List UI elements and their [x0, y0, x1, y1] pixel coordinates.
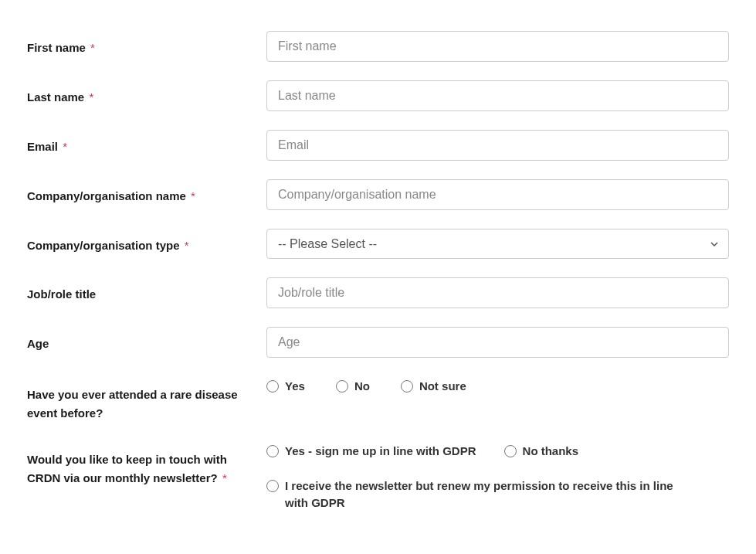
attended-label: Have you ever attended a rare disease ev… [27, 388, 238, 420]
company-type-select[interactable]: -- Please Select -- [266, 229, 729, 259]
newsletter-yes-option[interactable]: Yes - sign me up in line with GDPR [266, 443, 476, 461]
job-title-input[interactable] [266, 277, 729, 308]
email-input[interactable] [266, 130, 729, 161]
company-name-label: Company/organisation name * [27, 189, 195, 202]
company-name-input[interactable] [266, 179, 729, 210]
newsletter-no-radio[interactable] [504, 445, 517, 457]
company-name-row: Company/organisation name * [27, 179, 729, 210]
email-label: Email * [27, 140, 67, 153]
newsletter-no-option[interactable]: No thanks [504, 443, 579, 461]
newsletter-no-text: No thanks [523, 443, 579, 461]
company-type-label: Company/organisation type * [27, 239, 189, 252]
age-label: Age [27, 337, 49, 350]
attended-radio-group: Yes No Not sure [266, 376, 729, 396]
newsletter-renew-radio[interactable] [266, 480, 279, 492]
newsletter-label: Would you like to keep in touch with CRD… [27, 453, 227, 484]
email-row: Email * [27, 130, 729, 161]
attended-yes-radio[interactable] [266, 380, 279, 393]
last-name-input[interactable] [266, 80, 729, 111]
first-name-input[interactable] [266, 31, 729, 62]
age-row: Age [27, 327, 729, 358]
attended-not-sure-radio[interactable] [401, 380, 413, 393]
newsletter-renew-text: I receive the newsletter but renew my pe… [285, 478, 679, 512]
attended-not-sure-text: Not sure [419, 378, 466, 396]
last-name-row: Last name * [27, 80, 729, 111]
first-name-row: First name * [27, 31, 729, 62]
registration-form: First name * Last name * Email * Company… [27, 31, 729, 512]
job-title-label: Job/role title [27, 287, 96, 301]
attended-yes-option[interactable]: Yes [266, 378, 305, 396]
newsletter-radio-group: Yes - sign me up in line with GDPR No th… [266, 441, 729, 512]
attended-not-sure-option[interactable]: Not sure [401, 378, 466, 396]
first-name-label: First name * [27, 41, 95, 54]
company-type-row: Company/organisation type * -- Please Se… [27, 229, 729, 259]
attended-no-text: No [354, 378, 370, 396]
attended-no-radio[interactable] [336, 380, 348, 393]
last-name-label: Last name * [27, 90, 93, 104]
newsletter-renew-option[interactable]: I receive the newsletter but renew my pe… [266, 478, 729, 512]
attended-no-option[interactable]: No [336, 378, 370, 396]
age-input[interactable] [266, 327, 729, 358]
attended-row: Have you ever attended a rare disease ev… [27, 376, 729, 423]
newsletter-row: Would you like to keep in touch with CRD… [27, 441, 729, 512]
newsletter-yes-radio[interactable] [266, 445, 279, 457]
job-title-row: Job/role title [27, 277, 729, 308]
attended-yes-text: Yes [285, 378, 305, 396]
newsletter-yes-text: Yes - sign me up in line with GDPR [285, 443, 476, 461]
